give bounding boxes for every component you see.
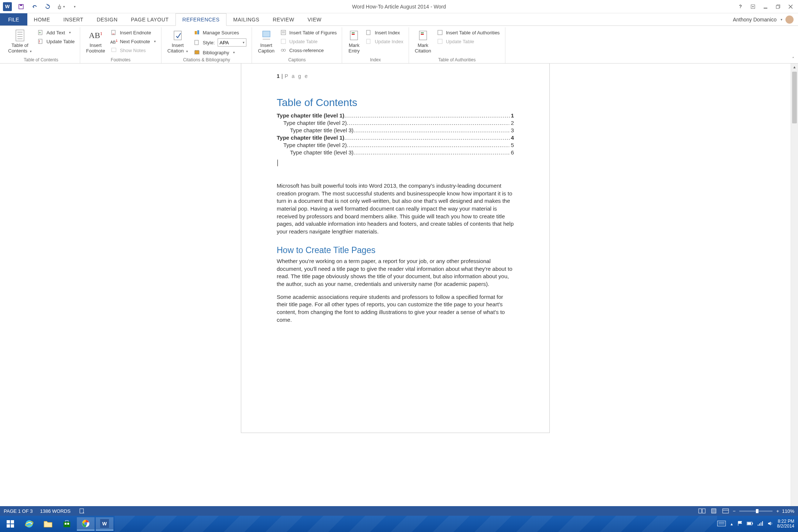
page-count[interactable]: PAGE 1 OF 3 — [4, 508, 33, 514]
toc-entry: Type chapter title (level 3)3 — [277, 127, 514, 133]
caption-icon — [260, 30, 272, 41]
next-footnote-button[interactable]: AB1Next Footnote▾ — [109, 38, 157, 45]
flag-icon[interactable] — [737, 521, 743, 528]
svg-text:!: ! — [39, 40, 40, 44]
document-area[interactable]: 1|P a g e Table of Contents Type chapter… — [0, 64, 791, 521]
page[interactable]: 1|P a g e Table of Contents Type chapter… — [241, 64, 550, 433]
tab-page-layout[interactable]: PAGE LAYOUT — [124, 13, 175, 25]
cross-reference-button[interactable]: Cross-reference — [279, 47, 338, 54]
citation-style[interactable]: Style: ▾ — [192, 38, 248, 47]
insert-citation-button[interactable]: InsertCitation ▾ — [165, 28, 190, 56]
zoom-slider[interactable]: − + — [733, 508, 779, 514]
svg-rect-24 — [263, 31, 270, 37]
tray-chevron-icon[interactable]: ▲ — [730, 522, 733, 526]
window-controls: ? — [735, 3, 796, 11]
chrome-icon[interactable] — [77, 517, 95, 531]
mark-citation-icon — [417, 30, 429, 41]
system-tray: ▲ 8:22 PM 8/2/2014 — [717, 519, 797, 529]
undo-icon[interactable] — [30, 3, 38, 11]
show-notes-button[interactable]: Show Notes — [109, 47, 157, 54]
clock[interactable]: 8:22 PM 8/2/2014 — [777, 519, 794, 529]
style-combo[interactable]: ▾ — [218, 38, 246, 47]
minimize-icon[interactable] — [760, 3, 771, 11]
manage-sources-button[interactable]: Manage Sources — [192, 29, 248, 36]
ribbon: Table ofContents ▾ +Add Text▾ !Update Ta… — [0, 26, 798, 64]
insert-index-button[interactable]: Insert Index — [364, 29, 405, 36]
read-mode-icon[interactable] — [698, 508, 706, 514]
tab-references[interactable]: REFERENCES — [175, 13, 227, 26]
help-icon[interactable]: ? — [735, 3, 746, 11]
proofing-icon[interactable] — [78, 508, 87, 514]
update-tof-button[interactable]: Update Table — [279, 38, 338, 45]
group-label: Table of Authorities — [409, 57, 505, 62]
tab-mailings[interactable]: MAILINGS — [226, 13, 266, 25]
ie-icon[interactable] — [20, 517, 38, 531]
volume-icon[interactable] — [767, 521, 773, 528]
insert-caption-button[interactable]: InsertCaption — [256, 28, 277, 55]
close-icon[interactable] — [785, 3, 796, 11]
tab-view[interactable]: VIEW — [301, 13, 328, 25]
file-explorer-icon[interactable] — [39, 517, 57, 531]
insert-toa-button[interactable]: Insert Table of Authorities — [436, 29, 501, 36]
account-info[interactable]: Anthony Domanico ▾ — [733, 13, 794, 25]
collapse-ribbon-icon[interactable]: ˄ — [792, 57, 794, 62]
svg-rect-46 — [723, 509, 729, 513]
customize-qat-icon[interactable]: ▾ — [70, 3, 78, 11]
word-count[interactable]: 1386 WORDS — [40, 508, 71, 514]
wifi-icon[interactable] — [757, 521, 764, 527]
web-layout-icon[interactable] — [721, 508, 730, 514]
tab-insert[interactable]: INSERT — [57, 13, 90, 25]
restore-icon[interactable] — [773, 3, 783, 11]
svg-rect-59 — [717, 521, 726, 526]
svg-point-30 — [281, 49, 283, 51]
paragraph: Whether you're working on a term paper, … — [277, 258, 514, 288]
insert-toa-icon — [437, 30, 443, 35]
touch-mode-icon[interactable]: ▾ — [57, 3, 65, 11]
crossref-icon — [280, 47, 286, 53]
tab-review[interactable]: REVIEW — [266, 13, 301, 25]
zoom-out-icon[interactable]: − — [733, 508, 736, 514]
mark-entry-icon — [348, 30, 360, 41]
tab-home[interactable]: HOME — [27, 13, 57, 25]
bibliography-button[interactable]: Bibliography▾ — [192, 49, 248, 56]
keyboard-icon[interactable] — [717, 521, 726, 528]
mark-citation-button[interactable]: MarkCitation — [413, 28, 433, 55]
scroll-up-icon[interactable]: ▲ — [791, 64, 798, 70]
update-toa-button[interactable]: Update Table — [436, 38, 501, 45]
zoom-in-icon[interactable]: + — [776, 508, 779, 514]
save-icon[interactable] — [17, 3, 25, 11]
zoom-track[interactable] — [739, 511, 773, 512]
vertical-scrollbar[interactable]: ▲ ▼ — [791, 64, 798, 521]
group-label: Table of Contents — [2, 57, 80, 62]
insert-footnote-button[interactable]: AB1 InsertFootnote — [84, 28, 107, 55]
insert-tof-button[interactable]: Insert Table of Figures — [279, 29, 338, 36]
show-notes-icon — [111, 47, 117, 53]
zoom-knob[interactable] — [756, 509, 758, 513]
update-index-button[interactable]: Update Index — [364, 38, 405, 45]
insert-endnote-button[interactable]: Insert Endnote — [109, 29, 157, 36]
store-icon[interactable] — [58, 517, 76, 531]
redo-icon[interactable] — [44, 3, 52, 11]
ribbon-display-icon[interactable] — [748, 3, 758, 11]
svg-rect-41 — [438, 39, 442, 44]
citation-icon — [172, 30, 184, 41]
tab-design[interactable]: DESIGN — [90, 13, 125, 25]
statusbar: PAGE 1 OF 3 1386 WORDS − + 110% — [0, 506, 798, 516]
mark-entry-button[interactable]: MarkEntry — [346, 28, 362, 55]
tof-icon — [280, 30, 286, 35]
word-taskbar-icon[interactable]: W — [96, 517, 113, 531]
update-table-button[interactable]: !Update Table — [36, 38, 76, 45]
print-layout-icon[interactable] — [709, 508, 718, 514]
start-button[interactable] — [1, 517, 19, 531]
svg-rect-48 — [7, 520, 10, 524]
taskbar: W ▲ 8:22 PM 8/2/2014 — [0, 516, 798, 532]
svg-rect-64 — [747, 522, 751, 525]
tab-file[interactable]: FILE — [0, 13, 27, 25]
style-input[interactable] — [219, 40, 242, 45]
scroll-thumb[interactable] — [792, 72, 797, 123]
svg-rect-56 — [67, 523, 69, 525]
zoom-level[interactable]: 110% — [782, 508, 794, 514]
battery-icon[interactable] — [747, 521, 753, 527]
table-of-contents-button[interactable]: Table ofContents ▾ — [6, 28, 34, 55]
add-text-button[interactable]: +Add Text▾ — [36, 29, 76, 36]
